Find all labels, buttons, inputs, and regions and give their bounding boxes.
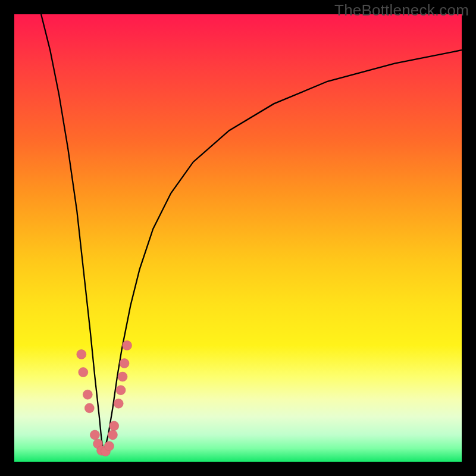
data-marker <box>114 399 123 408</box>
marker-cluster <box>77 341 132 456</box>
data-marker <box>90 430 99 440</box>
data-marker <box>116 386 126 395</box>
watermark-text: TheBottleneck.com <box>334 1 469 20</box>
data-marker <box>84 403 94 413</box>
data-marker <box>104 441 114 451</box>
data-marker <box>79 368 88 377</box>
plot-area <box>14 14 462 462</box>
curve-layer <box>14 14 462 462</box>
curve-right-branch <box>104 50 462 453</box>
data-marker <box>108 430 117 440</box>
chart-frame: TheBottleneck.com <box>0 0 476 476</box>
data-marker <box>83 390 92 399</box>
data-marker <box>109 421 119 431</box>
data-marker <box>77 350 86 359</box>
data-marker <box>123 341 132 350</box>
data-marker <box>118 372 127 381</box>
curve-left-branch <box>41 14 104 453</box>
data-marker <box>120 359 129 368</box>
